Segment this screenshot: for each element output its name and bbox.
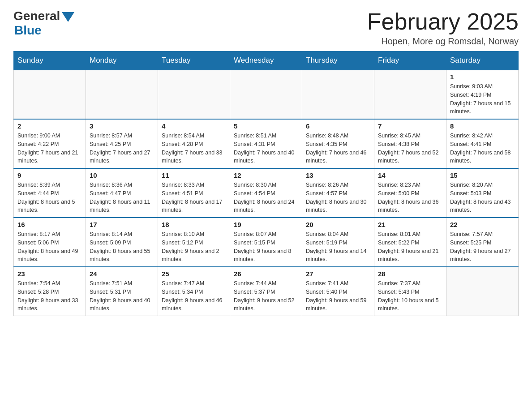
day-info: Sunrise: 8:54 AM Sunset: 4:28 PM Dayligh… xyxy=(162,132,226,165)
day-info: Sunrise: 8:51 AM Sunset: 4:31 PM Dayligh… xyxy=(234,132,298,165)
day-info: Sunrise: 9:00 AM Sunset: 4:22 PM Dayligh… xyxy=(17,132,82,165)
day-number: 13 xyxy=(306,171,370,179)
calendar-cell: 13Sunrise: 8:26 AM Sunset: 4:57 PM Dayli… xyxy=(302,168,374,218)
calendar-cell: 20Sunrise: 8:04 AM Sunset: 5:19 PM Dayli… xyxy=(302,218,374,267)
day-info: Sunrise: 8:45 AM Sunset: 4:38 PM Dayligh… xyxy=(378,132,442,165)
day-info: Sunrise: 8:14 AM Sunset: 5:09 PM Dayligh… xyxy=(90,230,154,264)
calendar-cell: 6Sunrise: 8:48 AM Sunset: 4:35 PM Daylig… xyxy=(302,119,374,168)
day-of-week-header: Sunday xyxy=(14,51,86,70)
day-number: 1 xyxy=(450,73,515,81)
day-number: 21 xyxy=(378,221,442,228)
calendar-cell: 25Sunrise: 7:47 AM Sunset: 5:34 PM Dayli… xyxy=(158,267,230,316)
day-number: 26 xyxy=(234,270,298,278)
day-of-week-header: Wednesday xyxy=(230,51,302,70)
day-info: Sunrise: 8:36 AM Sunset: 4:47 PM Dayligh… xyxy=(90,181,154,214)
logo-top: General xyxy=(13,9,74,23)
calendar-week-row: 9Sunrise: 8:39 AM Sunset: 4:44 PM Daylig… xyxy=(14,168,519,218)
day-info: Sunrise: 7:51 AM Sunset: 5:31 PM Dayligh… xyxy=(90,279,154,313)
day-info: Sunrise: 7:47 AM Sunset: 5:34 PM Dayligh… xyxy=(162,279,226,313)
calendar-cell: 11Sunrise: 8:33 AM Sunset: 4:51 PM Dayli… xyxy=(158,168,230,218)
day-info: Sunrise: 7:44 AM Sunset: 5:37 PM Dayligh… xyxy=(234,279,298,313)
day-info: Sunrise: 8:26 AM Sunset: 4:57 PM Dayligh… xyxy=(306,181,370,214)
calendar-cell: 10Sunrise: 8:36 AM Sunset: 4:47 PM Dayli… xyxy=(86,168,158,218)
location: Hopen, More og Romsdal, Norway xyxy=(367,36,519,47)
calendar-cell: 2Sunrise: 9:00 AM Sunset: 4:22 PM Daylig… xyxy=(14,119,86,168)
day-number: 8 xyxy=(450,122,515,130)
day-info: Sunrise: 9:03 AM Sunset: 4:19 PM Dayligh… xyxy=(450,82,515,116)
day-info: Sunrise: 8:42 AM Sunset: 4:41 PM Dayligh… xyxy=(450,132,515,165)
calendar-cell: 9Sunrise: 8:39 AM Sunset: 4:44 PM Daylig… xyxy=(14,168,86,218)
day-number: 18 xyxy=(162,221,226,228)
calendar-week-row: 1Sunrise: 9:03 AM Sunset: 4:19 PM Daylig… xyxy=(14,70,519,119)
calendar-cell: 16Sunrise: 8:17 AM Sunset: 5:06 PM Dayli… xyxy=(14,218,86,267)
calendar-week-row: 23Sunrise: 7:54 AM Sunset: 5:28 PM Dayli… xyxy=(14,267,519,316)
calendar-cell: 8Sunrise: 8:42 AM Sunset: 4:41 PM Daylig… xyxy=(446,119,519,168)
day-info: Sunrise: 8:57 AM Sunset: 4:25 PM Dayligh… xyxy=(90,132,154,165)
calendar-cell: 3Sunrise: 8:57 AM Sunset: 4:25 PM Daylig… xyxy=(86,119,158,168)
calendar-header-row: SundayMondayTuesdayWednesdayThursdayFrid… xyxy=(14,51,519,70)
day-number: 11 xyxy=(162,171,226,179)
calendar-cell: 23Sunrise: 7:54 AM Sunset: 5:28 PM Dayli… xyxy=(14,267,86,316)
logo-blue-text: Blue xyxy=(14,23,42,38)
calendar-cell: 22Sunrise: 7:57 AM Sunset: 5:25 PM Dayli… xyxy=(446,218,519,267)
day-info: Sunrise: 8:39 AM Sunset: 4:44 PM Dayligh… xyxy=(17,181,82,214)
logo-triangle-icon xyxy=(62,12,74,22)
calendar-cell: 14Sunrise: 8:23 AM Sunset: 5:00 PM Dayli… xyxy=(374,168,446,218)
day-of-week-header: Monday xyxy=(86,51,158,70)
day-number: 25 xyxy=(162,270,226,278)
day-number: 5 xyxy=(234,122,298,130)
calendar-cell: 28Sunrise: 7:37 AM Sunset: 5:43 PM Dayli… xyxy=(374,267,446,316)
day-number: 20 xyxy=(306,221,370,228)
day-number: 7 xyxy=(378,122,442,130)
day-of-week-header: Friday xyxy=(374,51,446,70)
calendar-cell: 7Sunrise: 8:45 AM Sunset: 4:38 PM Daylig… xyxy=(374,119,446,168)
day-info: Sunrise: 8:17 AM Sunset: 5:06 PM Dayligh… xyxy=(17,230,82,264)
day-info: Sunrise: 7:54 AM Sunset: 5:28 PM Dayligh… xyxy=(17,279,82,313)
logo-general-text: General xyxy=(13,9,60,23)
calendar-cell xyxy=(230,70,302,119)
day-info: Sunrise: 8:48 AM Sunset: 4:35 PM Dayligh… xyxy=(306,132,370,165)
day-info: Sunrise: 8:30 AM Sunset: 4:54 PM Dayligh… xyxy=(234,181,298,214)
day-number: 22 xyxy=(450,221,515,228)
day-number: 16 xyxy=(17,221,82,228)
day-info: Sunrise: 8:07 AM Sunset: 5:15 PM Dayligh… xyxy=(234,230,298,264)
logo: General Blue xyxy=(13,9,74,38)
title-section: February 2025 Hopen, More og Romsdal, No… xyxy=(367,9,519,47)
day-number: 10 xyxy=(90,171,154,179)
day-number: 4 xyxy=(162,122,226,130)
calendar-cell: 5Sunrise: 8:51 AM Sunset: 4:31 PM Daylig… xyxy=(230,119,302,168)
day-info: Sunrise: 8:04 AM Sunset: 5:19 PM Dayligh… xyxy=(306,230,370,264)
day-number: 14 xyxy=(378,171,442,179)
calendar-cell: 26Sunrise: 7:44 AM Sunset: 5:37 PM Dayli… xyxy=(230,267,302,316)
day-number: 17 xyxy=(90,221,154,228)
day-number: 28 xyxy=(378,270,442,278)
calendar-cell: 1Sunrise: 9:03 AM Sunset: 4:19 PM Daylig… xyxy=(446,70,519,119)
calendar-cell: 15Sunrise: 8:20 AM Sunset: 5:03 PM Dayli… xyxy=(446,168,519,218)
day-number: 12 xyxy=(234,171,298,179)
calendar-cell: 21Sunrise: 8:01 AM Sunset: 5:22 PM Dayli… xyxy=(374,218,446,267)
day-number: 24 xyxy=(90,270,154,278)
day-info: Sunrise: 7:41 AM Sunset: 5:40 PM Dayligh… xyxy=(306,279,370,313)
day-of-week-header: Thursday xyxy=(302,51,374,70)
calendar-cell: 18Sunrise: 8:10 AM Sunset: 5:12 PM Dayli… xyxy=(158,218,230,267)
day-info: Sunrise: 7:57 AM Sunset: 5:25 PM Dayligh… xyxy=(450,230,515,264)
month-title: February 2025 xyxy=(367,9,519,34)
day-number: 27 xyxy=(306,270,370,278)
day-number: 15 xyxy=(450,171,515,179)
calendar-cell: 4Sunrise: 8:54 AM Sunset: 4:28 PM Daylig… xyxy=(158,119,230,168)
calendar-cell: 12Sunrise: 8:30 AM Sunset: 4:54 PM Dayli… xyxy=(230,168,302,218)
day-info: Sunrise: 7:37 AM Sunset: 5:43 PM Dayligh… xyxy=(378,279,442,313)
day-of-week-header: Tuesday xyxy=(158,51,230,70)
day-info: Sunrise: 8:10 AM Sunset: 5:12 PM Dayligh… xyxy=(162,230,226,264)
day-number: 2 xyxy=(17,122,82,130)
calendar-week-row: 16Sunrise: 8:17 AM Sunset: 5:06 PM Dayli… xyxy=(14,218,519,267)
calendar-cell: 27Sunrise: 7:41 AM Sunset: 5:40 PM Dayli… xyxy=(302,267,374,316)
calendar-table: SundayMondayTuesdayWednesdayThursdayFrid… xyxy=(13,51,519,316)
calendar-cell xyxy=(86,70,158,119)
day-info: Sunrise: 8:20 AM Sunset: 5:03 PM Dayligh… xyxy=(450,181,515,214)
day-info: Sunrise: 8:01 AM Sunset: 5:22 PM Dayligh… xyxy=(378,230,442,264)
day-number: 3 xyxy=(90,122,154,130)
day-info: Sunrise: 8:33 AM Sunset: 4:51 PM Dayligh… xyxy=(162,181,226,214)
day-number: 23 xyxy=(17,270,82,278)
day-number: 19 xyxy=(234,221,298,228)
